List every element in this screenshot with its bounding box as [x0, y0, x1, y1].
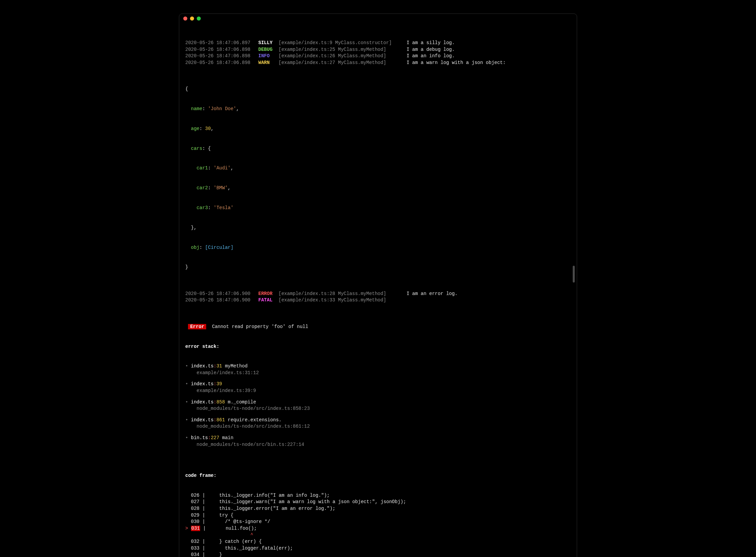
code-frame-line: 034 | }: [185, 552, 571, 557]
error-message: Cannot read property 'foo' of null: [209, 324, 308, 329]
stack-frame-path: example/index.ts:31:12: [185, 370, 571, 377]
log-timestamp: 2020-05-26 18:47:06.900: [185, 291, 253, 297]
json-brace-open: {: [185, 86, 571, 93]
log-timestamp: 2020-05-26 18:47:06.897: [185, 40, 253, 47]
stack-frame-path: node_modules/ts-node/src/bin.ts:227:14: [185, 441, 571, 448]
log-timestamp: 2020-05-26 18:47:06.898: [185, 53, 253, 60]
log-location: [example/index.ts:33 MyClass.myMethod]: [279, 297, 407, 304]
json-car3-row: car3: 'Tesla': [185, 205, 571, 211]
log-row: 2020-05-26 18:47:06.898 WARN[example/ind…: [185, 60, 571, 66]
log-row: 2020-05-26 18:47:06.897 SILLY[example/in…: [185, 40, 571, 47]
stack-frame: • index.ts:858 m._compile: [185, 399, 571, 406]
log-level: WARN: [258, 60, 279, 66]
json-age-row: age: 30,: [185, 126, 571, 133]
code-frame-line: 026 | this._logger.info("I am an info lo…: [185, 492, 571, 499]
code-frame-title: code frame:: [185, 472, 571, 479]
log-message: I am a silly log.: [407, 40, 455, 46]
json-name-row: name: 'John Doe',: [185, 106, 571, 113]
minimize-icon[interactable]: [190, 17, 194, 21]
log-level: DEBUG: [258, 47, 279, 53]
json-obj-row: obj: [Circular]: [185, 244, 571, 251]
stack-frame-path: example/index.ts:39:9: [185, 388, 571, 394]
code-frame-line: 030 | /* @ts-ignore */: [185, 519, 571, 525]
json-car2-row: car2: 'BMW',: [185, 185, 571, 192]
log-row: 2020-05-26 18:47:06.898 INFO[example/ind…: [185, 53, 571, 60]
error-badge: Error: [188, 324, 206, 329]
code-frame-line: 028 | this._logger.error("I am an error …: [185, 505, 571, 512]
log-location: [example/index.ts:27 MyClass.myMethod]: [279, 60, 407, 66]
scrollbar-thumb[interactable]: [573, 266, 575, 283]
error-line: Error Cannot read property 'foo' of null: [185, 324, 571, 330]
log-message: I am a debug log.: [407, 47, 455, 52]
stack-frame: • index.ts:861 require.extensions.: [185, 417, 571, 423]
stack-frame-path: node_modules/ts-node/src/index.ts:861:12: [185, 423, 571, 430]
code-frame-line: > 031 | null.foo();: [185, 525, 571, 532]
code-frame-line: 027 | this._logger.warn("I am a warn log…: [185, 499, 571, 505]
log-location: [example/index.ts:9 MyClass.constructor]: [279, 40, 407, 47]
terminal-output[interactable]: 2020-05-26 18:47:06.897 SILLY[example/in…: [179, 23, 577, 557]
log-timestamp: 2020-05-26 18:47:06.898: [185, 47, 253, 53]
maximize-icon[interactable]: [197, 17, 201, 21]
stack-frame: • index.ts:39: [185, 381, 571, 388]
log-location: [example/index.ts:28 MyClass.myMethod]: [279, 291, 407, 297]
titlebar: [179, 14, 577, 23]
log-timestamp: 2020-05-26 18:47:06.898: [185, 60, 253, 66]
log-message: I am an error log.: [407, 291, 457, 296]
log-level: FATAL: [258, 297, 279, 304]
log-location: [example/index.ts:25 MyClass.myMethod]: [279, 47, 407, 53]
log-level: SILLY: [258, 40, 279, 47]
log-timestamp: 2020-05-26 18:47:06.900: [185, 297, 253, 304]
json-cars-close: },: [185, 225, 571, 231]
stack-frame-path: node_modules/ts-node/src/index.ts:858:23: [185, 406, 571, 412]
code-frame-caret: ^: [185, 532, 571, 538]
json-car1-row: car1: 'Audi',: [185, 165, 571, 172]
stack-frame: • bin.ts:227 main: [185, 435, 571, 441]
log-message: I am a warn log with a json object:: [407, 60, 506, 65]
log-level: ERROR: [258, 291, 279, 297]
close-icon[interactable]: [183, 17, 187, 21]
log-location: [example/index.ts:26 MyClass.myMethod]: [279, 53, 407, 60]
json-brace-close: }: [185, 264, 571, 271]
log-row: 2020-05-26 18:47:06.898 DEBUG[example/in…: [185, 47, 571, 53]
code-frame-line: 029 | try {: [185, 512, 571, 519]
log-row: 2020-05-26 18:47:06.900 FATAL[example/in…: [185, 297, 571, 304]
terminal-window: 2020-05-26 18:47:06.897 SILLY[example/in…: [179, 13, 577, 557]
code-frame-line: 033 | this._logger.fatal(err);: [185, 545, 571, 552]
stack-frame: • index.ts:31 myMethod: [185, 363, 571, 370]
error-stack-title: error stack:: [185, 344, 571, 350]
log-row: 2020-05-26 18:47:06.900 ERROR[example/in…: [185, 291, 571, 297]
json-cars-row: cars: {: [185, 145, 571, 152]
code-frame-line: 032 | } catch (err) {: [185, 538, 571, 545]
log-level: INFO: [258, 53, 279, 60]
log-message: I am an info log.: [407, 53, 455, 59]
